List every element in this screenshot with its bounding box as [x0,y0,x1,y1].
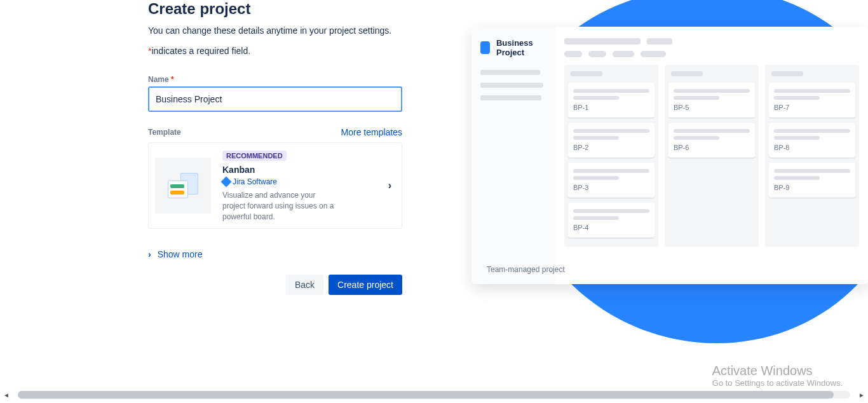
page-title: Create project [148,0,432,18]
project-preview: Business Project Team-managed project [471,27,868,284]
board-card: BP-8 [769,123,855,158]
card-key: BP-2 [573,144,649,151]
board-column: BP-7BP-8BP-9 [765,65,859,247]
template-description: Visualize and advance your project forwa… [222,190,337,222]
windows-watermark: Activate Windows Go to Settings to activ… [712,364,843,388]
board-card: BP-2 [568,123,654,158]
card-key: BP-7 [774,104,850,111]
card-key: BP-4 [573,224,649,231]
template-label: Template [148,128,181,137]
card-key: BP-8 [774,144,850,151]
template-card-kanban[interactable]: RECOMMENDED Kanban Jira Software Visuali… [148,142,402,229]
board-card: BP-5 [668,83,755,118]
name-label: Name * [148,75,432,84]
required-note: *indicates a required field. [148,46,432,56]
template-thumbnail [155,158,211,214]
jira-icon [221,177,232,188]
card-key: BP-5 [674,104,750,111]
show-more-button[interactable]: › Show more [148,249,432,259]
card-key: BP-6 [674,144,750,151]
board-card: BP-9 [769,163,855,198]
template-name: Kanban [222,165,388,175]
back-button[interactable]: Back [286,275,323,295]
preview-project-name: Business Project [496,38,546,57]
chevron-right-icon: › [148,249,151,259]
board-column: BP-1BP-2BP-3BP-4 [564,65,658,247]
board-column: BP-5BP-6 [665,65,759,247]
board-card: BP-3 [568,163,654,198]
page-subtitle: You can change these details anytime in … [148,25,432,36]
card-key: BP-1 [573,104,649,111]
recommended-badge: RECOMMENDED [222,151,287,161]
board-card: BP-6 [668,123,755,158]
project-icon [480,41,490,54]
team-managed-label: Team-managed project [487,265,565,274]
horizontal-scrollbar[interactable]: ◄ ► [3,390,865,399]
card-key: BP-3 [573,184,649,191]
board-card: BP-7 [769,83,855,118]
card-key: BP-9 [774,184,850,191]
create-project-button[interactable]: Create project [329,275,402,295]
project-name-input[interactable] [148,86,402,112]
board-card: BP-1 [568,83,654,118]
chevron-right-icon: › [388,180,391,191]
more-templates-link[interactable]: More templates [341,127,402,137]
template-software: Jira Software [222,177,388,186]
board-card: BP-4 [568,203,654,238]
